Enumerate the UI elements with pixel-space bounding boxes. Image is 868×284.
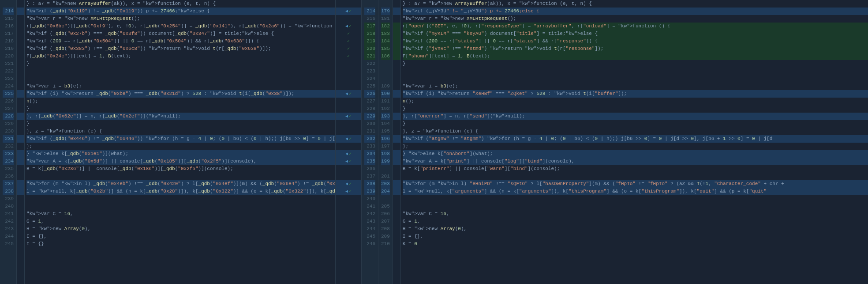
- right-line-numbers-b: 1791811821831841851861891901911921931941…: [378, 0, 393, 284]
- left-line-numbers: 2142152162172182192202212222232242252262…: [0, 0, 17, 284]
- right-code-lines: } : a7 = "kw">new ArrayBuffer(ak)), x = …: [401, 0, 868, 284]
- right-line-numbers-a: 2142162172182192202212222232242252262272…: [362, 0, 378, 284]
- right-gutter: [393, 0, 401, 284]
- right-pane: 2142162172182192202212222232242252262272…: [362, 0, 868, 284]
- left-code-area: 2142152162172182192202212222232242252262…: [0, 0, 335, 284]
- right-code-area: 2142162172182192202212222232242252262272…: [362, 0, 868, 284]
- diff-viewer: 2142152162172182192202212222232242252262…: [0, 0, 868, 284]
- left-code-lines: } : a7 = "kw">new ArrayBuffer(ak)), x = …: [25, 0, 335, 284]
- left-gutter: [17, 0, 25, 284]
- left-pane: 2142152162172182192202212222232242252262…: [0, 0, 335, 284]
- mid-gutter: ◀✓◀✓✓✓✓✓◀✓◀✓◀✓◀✓◀✓◀✓◀✓: [335, 0, 362, 284]
